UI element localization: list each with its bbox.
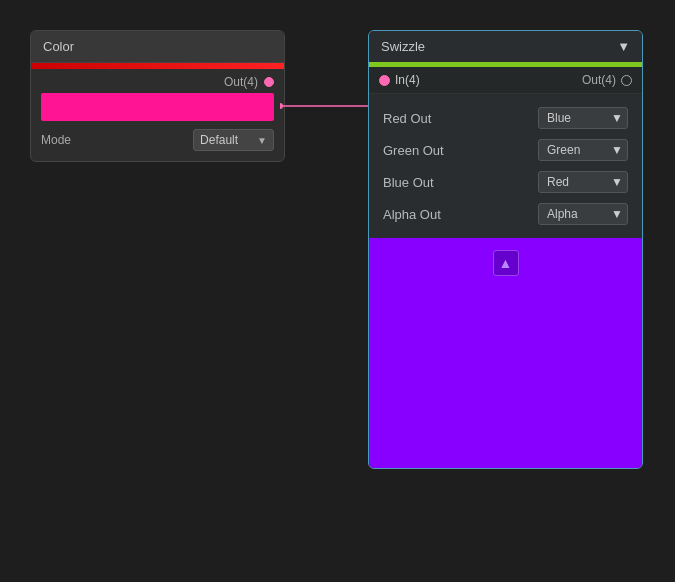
out-radio-dot[interactable] (264, 77, 274, 87)
out-label-swizzle: Out(4) (582, 73, 616, 87)
green-out-label: Green Out (383, 143, 463, 158)
swizzle-dropdown-arrow: ▼ (617, 39, 630, 54)
green-out-dropdown[interactable]: Green Red Blue Alpha ▼ (538, 139, 628, 161)
out-row: Out(4) (31, 69, 284, 93)
alpha-dropdown-arrow: ▼ (611, 207, 623, 221)
blue-out-label: Blue Out (383, 175, 463, 190)
swizzle-header: Swizzle ▼ (369, 31, 642, 62)
alpha-out-dropdown[interactable]: Alpha Red Green Blue ▼ (538, 203, 628, 225)
red-dropdown-arrow: ▼ (611, 111, 623, 125)
swizzle-row-green: Green Out Green Red Blue Alpha ▼ (369, 134, 642, 166)
connector-line (280, 96, 380, 116)
green-out-select[interactable]: Green Red Blue Alpha (547, 143, 611, 157)
preview-area: ▲ (369, 238, 642, 468)
swizzle-title: Swizzle (381, 39, 425, 54)
swizzle-row-red: Red Out Blue Red Green Alpha ▼ (369, 102, 642, 134)
preview-collapse-button[interactable]: ▲ (493, 250, 519, 276)
color-panel: Color Out(4) Mode Default Linear Raw ▼ (30, 30, 285, 162)
in-radio[interactable] (379, 75, 390, 86)
mode-dropdown[interactable]: Default Linear Raw ▼ (193, 129, 274, 151)
chevron-up-icon: ▲ (499, 256, 513, 270)
color-panel-title: Color (31, 31, 284, 63)
swizzle-rows: Red Out Blue Red Green Alpha ▼ Green Out… (369, 94, 642, 238)
swizzle-row-blue: Blue Out Red Green Blue Alpha ▼ (369, 166, 642, 198)
io-in: In(4) (379, 73, 420, 87)
out-label: Out(4) (224, 75, 258, 89)
mode-select[interactable]: Default Linear Raw (200, 133, 253, 147)
mode-dropdown-arrow: ▼ (257, 135, 267, 146)
red-out-dropdown[interactable]: Blue Red Green Alpha ▼ (538, 107, 628, 129)
swizzle-row-alpha: Alpha Out Alpha Red Green Blue ▼ (369, 198, 642, 230)
blue-out-select[interactable]: Red Green Blue Alpha (547, 175, 611, 189)
out-radio[interactable] (621, 75, 632, 86)
in-label: In(4) (395, 73, 420, 87)
mode-label: Mode (41, 133, 71, 147)
swizzle-panel: Swizzle ▼ In(4) Out(4) Red Out Blue Red … (368, 30, 643, 469)
mode-row: Mode Default Linear Raw ▼ (31, 129, 284, 161)
color-swatch-pink (41, 93, 274, 121)
io-out: Out(4) (582, 73, 632, 87)
alpha-out-label: Alpha Out (383, 207, 463, 222)
red-out-label: Red Out (383, 111, 463, 126)
blue-dropdown-arrow: ▼ (611, 175, 623, 189)
blue-out-dropdown[interactable]: Red Green Blue Alpha ▼ (538, 171, 628, 193)
io-row: In(4) Out(4) (369, 67, 642, 94)
red-out-select[interactable]: Blue Red Green Alpha (547, 111, 611, 125)
alpha-out-select[interactable]: Alpha Red Green Blue (547, 207, 611, 221)
green-dropdown-arrow: ▼ (611, 143, 623, 157)
